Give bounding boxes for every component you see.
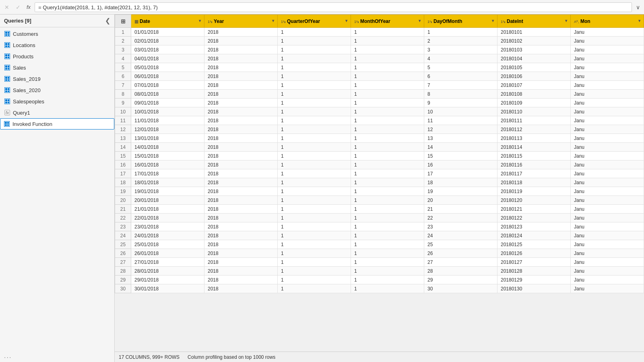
- cell-quarter-of-year: 1: [278, 231, 351, 240]
- cell-date-int: 20180113: [497, 134, 571, 143]
- cell-day-of-month: 29: [424, 276, 497, 284]
- row-number-cell: 14: [115, 143, 131, 152]
- cell-date-int: 20180124: [497, 231, 571, 240]
- cell-day-of-month: 8: [424, 90, 497, 99]
- cell-month-name: Janu: [571, 54, 644, 63]
- cell-month-of-year: 1: [351, 81, 424, 90]
- cell-day-of-month: 26: [424, 249, 497, 258]
- sidebar-item-locations[interactable]: Locations: [0, 39, 114, 51]
- cell-date: 29/01/2018: [131, 276, 204, 284]
- sidebar-item-customers[interactable]: Customers: [0, 28, 114, 39]
- cell-month-name: Janu: [571, 160, 644, 169]
- fx-label: fx: [27, 4, 31, 10]
- sidebar-item-invoked-function[interactable]: [0, 118, 114, 130]
- cell-date-int: 20180129: [497, 276, 571, 284]
- cell-quarter-of-year: 1: [278, 196, 351, 205]
- column-header-date-int[interactable]: 1²₃DateInt▾: [497, 15, 571, 28]
- cell-year: 2018: [204, 160, 278, 169]
- data-table-container[interactable]: ⊞▦Date▾1²₃Year▾1²₃QuarterOfYear▾1²₃Month…: [115, 14, 644, 352]
- cell-quarter-of-year: 1: [278, 214, 351, 222]
- cell-year: 2018: [204, 178, 278, 187]
- cell-date-int: 20180130: [497, 284, 571, 293]
- cell-month-of-year: 1: [351, 45, 424, 54]
- sidebar-item-sales-2020[interactable]: Sales_2020: [0, 84, 114, 96]
- cell-date-int: 20180114: [497, 143, 571, 152]
- cell-date: 22/01/2018: [131, 214, 204, 222]
- cell-day-of-month: 6: [424, 72, 497, 81]
- cell-month-name: Janu: [571, 258, 644, 267]
- column-header-year[interactable]: 1²₃Year▾: [204, 15, 278, 28]
- cell-date-int: 20180108: [497, 90, 571, 99]
- row-number-cell: 1: [115, 28, 131, 37]
- cell-month-of-year: 1: [351, 125, 424, 134]
- table-row: 707/01/2018201811720180107Janu: [115, 81, 644, 90]
- table-row: 1919/01/20182018111920180119Janu: [115, 187, 644, 196]
- cancel-button[interactable]: ✕: [2, 3, 11, 11]
- confirm-button[interactable]: ✓: [14, 3, 23, 11]
- invoked-function-label-input[interactable]: [12, 121, 85, 127]
- column-header-month-name[interactable]: Aᴮ꜀Mon▾: [571, 15, 644, 28]
- cell-year: 2018: [204, 284, 278, 293]
- cell-quarter-of-year: 1: [278, 134, 351, 143]
- cell-day-of-month: 3: [424, 45, 497, 54]
- row-number-cell: 10: [115, 107, 131, 116]
- sidebar-item-sales[interactable]: Sales: [0, 62, 114, 73]
- cell-year: 2018: [204, 222, 278, 231]
- cell-quarter-of-year: 1: [278, 152, 351, 160]
- cell-year: 2018: [204, 205, 278, 214]
- cell-month-name: Janu: [571, 81, 644, 90]
- cell-quarter-of-year: 1: [278, 37, 351, 45]
- cell-date: 09/01/2018: [131, 99, 204, 107]
- sidebar-ellipsis: ...: [0, 350, 114, 362]
- cell-date: 11/01/2018: [131, 116, 204, 125]
- cell-year: 2018: [204, 276, 278, 284]
- cell-year: 2018: [204, 143, 278, 152]
- column-header-quarter-of-year[interactable]: 1²₃QuarterOfYear▾: [278, 15, 351, 28]
- table-row: 1515/01/20182018111520180115Janu: [115, 152, 644, 160]
- table-row: 202/01/2018201811220180102Janu: [115, 37, 644, 45]
- sidebar-collapse-button[interactable]: ❮: [105, 17, 110, 25]
- row-number-cell: 23: [115, 222, 131, 231]
- sidebar-item-sales-2019[interactable]: Sales_2019: [0, 73, 114, 84]
- cell-quarter-of-year: 1: [278, 240, 351, 249]
- cell-day-of-month: 16: [424, 160, 497, 169]
- cell-year: 2018: [204, 28, 278, 37]
- cell-quarter-of-year: 1: [278, 160, 351, 169]
- row-number-cell: 26: [115, 249, 131, 258]
- cell-month-of-year: 1: [351, 284, 424, 293]
- sidebar-header: Queries [9] ❮: [0, 14, 114, 27]
- column-header-date[interactable]: ▦Date▾: [131, 15, 204, 28]
- cell-month-of-year: 1: [351, 90, 424, 99]
- table-row: 1212/01/20182018111220180112Janu: [115, 125, 644, 134]
- cell-quarter-of-year: 1: [278, 72, 351, 81]
- row-number-cell: 30: [115, 284, 131, 293]
- row-number-cell: 12: [115, 125, 131, 134]
- column-header-day-of-month[interactable]: 1²₃DayOfMonth▾: [424, 15, 497, 28]
- cell-month-name: Janu: [571, 90, 644, 99]
- cell-date: 06/01/2018: [131, 72, 204, 81]
- column-header-month-of-year[interactable]: 1²₃MonthOfYear▾: [351, 15, 424, 28]
- cell-date-int: 20180115: [497, 152, 571, 160]
- table-row: 1616/01/20182018111620180116Janu: [115, 160, 644, 169]
- cell-date: 30/01/2018: [131, 284, 204, 293]
- cell-month-of-year: 1: [351, 240, 424, 249]
- cell-quarter-of-year: 1: [278, 63, 351, 72]
- table-row: 2323/01/20182018112320180123Janu: [115, 222, 644, 231]
- cell-date: 27/01/2018: [131, 258, 204, 267]
- table-row: 1818/01/20182018111820180118Janu: [115, 178, 644, 187]
- formula-bar[interactable]: = Query1(#date(2018, 1, 1), #date(2021, …: [35, 2, 632, 12]
- cell-month-name: Janu: [571, 178, 644, 187]
- cell-quarter-of-year: 1: [278, 276, 351, 284]
- row-number-header: ⊞: [115, 15, 131, 28]
- cell-quarter-of-year: 1: [278, 249, 351, 258]
- cell-day-of-month: 7: [424, 81, 497, 90]
- sidebar-item-salespeoples[interactable]: Salespeoples: [0, 96, 114, 107]
- formula-chevron-icon[interactable]: ∨: [634, 3, 642, 11]
- cell-month-of-year: 1: [351, 152, 424, 160]
- sales-2019-label: Sales_2019: [13, 76, 41, 82]
- cell-date-int: 20180118: [497, 178, 571, 187]
- sidebar-item-query1[interactable]: fxQuery1: [0, 107, 114, 118]
- products-label: Products: [13, 53, 33, 60]
- row-number-cell: 17: [115, 169, 131, 178]
- sidebar-item-products[interactable]: Products: [0, 51, 114, 62]
